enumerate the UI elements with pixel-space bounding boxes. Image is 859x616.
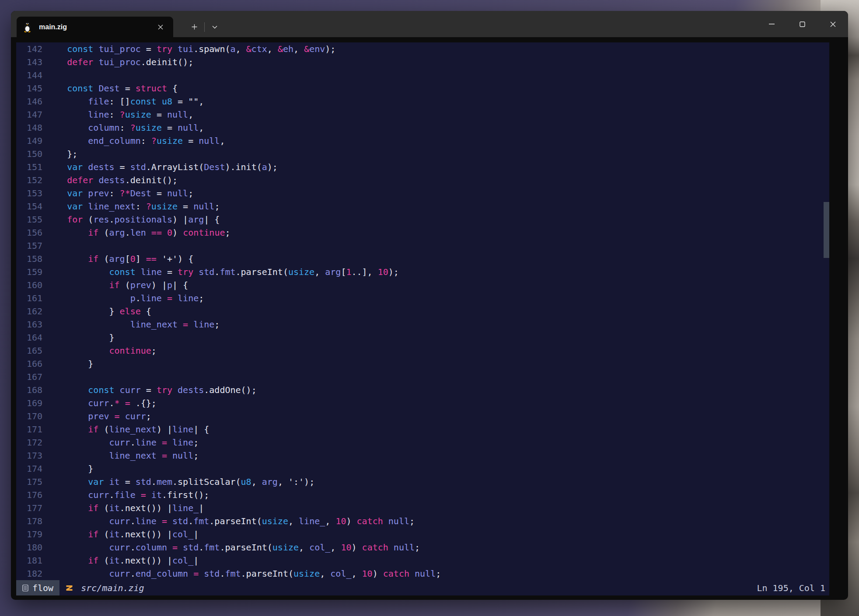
tux-penguin-icon — [23, 21, 32, 33]
line-number: 178 — [16, 515, 42, 528]
line-number: 164 — [16, 331, 42, 344]
line-number: 159 — [16, 265, 42, 278]
line-number: 155 — [16, 213, 42, 226]
code-text: defer dests.deinit(); — [42, 174, 178, 187]
maximize-icon[interactable] — [787, 11, 817, 37]
line-number: 172 — [16, 436, 42, 449]
code-line[interactable]: 144 — [16, 69, 829, 82]
code-line[interactable]: 150 }; — [16, 147, 829, 160]
status-bar: flow src/main.zig Ln 195, Col 1 — [16, 580, 829, 595]
code-line[interactable]: 155 for (res.positionals) |arg| { — [16, 213, 829, 226]
code-text: const Dest = struct { — [42, 82, 178, 95]
line-number: 148 — [16, 121, 42, 134]
code-line[interactable]: 152 defer dests.deinit(); — [16, 174, 829, 187]
code-text: if (arg[0] == '+') { — [42, 252, 193, 265]
code-text: const curr = try dests.addOne(); — [42, 383, 257, 397]
code-line[interactable]: 149 end_column: ?usize = null, — [16, 134, 829, 147]
line-number: 152 — [16, 174, 42, 187]
titlebar[interactable]: main.zig — [11, 11, 848, 37]
code-line[interactable]: 181 if (it.next()) |col_| — [16, 554, 829, 567]
code-line[interactable]: 156 if (arg.len == 0) continue; — [16, 226, 829, 239]
code-line[interactable]: 148 column: ?usize = null, — [16, 121, 829, 134]
code-line[interactable]: 154 var line_next: ?usize = null; — [16, 200, 829, 213]
code-text: curr.* = .{}; — [42, 397, 157, 410]
code-text: continue; — [42, 344, 157, 357]
code-text: if (line_next) |line| { — [42, 423, 209, 436]
code-line[interactable]: 162 } else { — [16, 305, 829, 318]
code-text — [42, 370, 46, 383]
line-number: 150 — [16, 147, 42, 160]
code-text — [42, 69, 46, 82]
code-line[interactable]: 147 line: ?usize = null, — [16, 108, 829, 121]
tab-main-zig[interactable]: main.zig — [17, 17, 173, 37]
code-text: curr.line = std.fmt.parseInt(usize, line… — [42, 515, 415, 528]
line-number: 151 — [16, 160, 42, 174]
code-line[interactable]: 163 line_next = line; — [16, 318, 829, 331]
code-line[interactable]: 159 const line = try std.fmt.parseInt(us… — [16, 265, 829, 278]
code-line[interactable]: 167 — [16, 370, 829, 383]
code-line[interactable]: 160 if (prev) |p| { — [16, 278, 829, 292]
code-text — [42, 239, 46, 252]
line-number: 158 — [16, 252, 42, 265]
code-text: if (it.next()) |line_| — [42, 501, 204, 515]
tab-close-icon[interactable] — [154, 21, 167, 34]
code-line[interactable]: 157 — [16, 239, 829, 252]
line-number: 162 — [16, 305, 42, 318]
code-line[interactable]: 168 const curr = try dests.addOne(); — [16, 383, 829, 397]
line-number: 180 — [16, 541, 42, 554]
code-line[interactable]: 161 p.line = line; — [16, 292, 829, 305]
code-line[interactable]: 151 var dests = std.ArrayList(Dest).init… — [16, 160, 829, 174]
mode-label: flow — [32, 583, 53, 593]
code-line[interactable]: 169 curr.* = .{}; — [16, 397, 829, 410]
close-window-icon[interactable] — [817, 11, 848, 37]
line-number: 173 — [16, 449, 42, 462]
code-text: prev = curr; — [42, 410, 151, 423]
line-number: 181 — [16, 554, 42, 567]
code-text: } else { — [42, 305, 151, 318]
line-number: 156 — [16, 226, 42, 239]
code-line[interactable]: 165 continue; — [16, 344, 829, 357]
code-line[interactable]: 171 if (line_next) |line| { — [16, 423, 829, 436]
code-line[interactable]: 173 line_next = null; — [16, 449, 829, 462]
code-line[interactable]: 153 var prev: ?*Dest = null; — [16, 187, 829, 200]
code-line[interactable]: 174 } — [16, 462, 829, 475]
code-line[interactable]: 146 file: []const u8 = "", — [16, 95, 829, 108]
editor-screen: 142 const tui_proc = try tui.spawn(a, &c… — [16, 42, 829, 595]
code-text: const tui_proc = try tui.spawn(a, &ctx, … — [42, 42, 335, 56]
mode-chip[interactable]: flow — [16, 580, 59, 595]
code-line[interactable]: 179 if (it.next()) |col_| — [16, 528, 829, 541]
code-line[interactable]: 166 } — [16, 357, 829, 370]
code-text: if (it.next()) |col_| — [42, 554, 199, 567]
code-text: const line = try std.fmt.parseInt(usize,… — [42, 265, 399, 278]
code-line[interactable]: 177 if (it.next()) |line_| — [16, 501, 829, 515]
line-number: 147 — [16, 108, 42, 121]
new-tab-icon[interactable] — [188, 21, 201, 34]
code-text: var line_next: ?usize = null; — [42, 200, 220, 213]
line-number: 157 — [16, 239, 42, 252]
code-text: if (prev) |p| { — [42, 278, 188, 292]
line-number: 146 — [16, 95, 42, 108]
scrollbar-thumb[interactable] — [824, 202, 829, 258]
code-line[interactable]: 176 curr.file = it.first(); — [16, 488, 829, 501]
code-line[interactable]: 164 } — [16, 331, 829, 344]
code-line[interactable]: 175 var it = std.mem.splitScalar(u8, arg… — [16, 475, 829, 488]
code-line[interactable]: 145 const Dest = struct { — [16, 82, 829, 95]
code-line[interactable]: 142 const tui_proc = try tui.spawn(a, &c… — [16, 42, 829, 56]
code-line[interactable]: 178 curr.line = std.fmt.parseInt(usize, … — [16, 515, 829, 528]
code-line[interactable]: 158 if (arg[0] == '+') { — [16, 252, 829, 265]
code-line[interactable]: 170 prev = curr; — [16, 410, 829, 423]
line-number: 170 — [16, 410, 42, 423]
code-text: }; — [42, 147, 77, 160]
code-text: curr.file = it.first(); — [42, 488, 209, 501]
code-text: if (arg.len == 0) continue; — [42, 226, 230, 239]
line-number: 160 — [16, 278, 42, 292]
code-lines[interactable]: 142 const tui_proc = try tui.spawn(a, &c… — [16, 42, 829, 580]
code-line[interactable]: 182 curr.end_column = std.fmt.parseInt(u… — [16, 567, 829, 580]
code-text: var it = std.mem.splitScalar(u8, arg, ':… — [42, 475, 314, 488]
code-line[interactable]: 143 defer tui_proc.deinit(); — [16, 56, 829, 69]
code-line[interactable]: 172 curr.line = line; — [16, 436, 829, 449]
minimize-icon[interactable] — [756, 11, 787, 37]
tab-dropdown-chevron-icon[interactable] — [208, 21, 221, 34]
code-line[interactable]: 180 curr.column = std.fmt.parseInt(usize… — [16, 541, 829, 554]
tab-bar-divider — [204, 22, 205, 32]
